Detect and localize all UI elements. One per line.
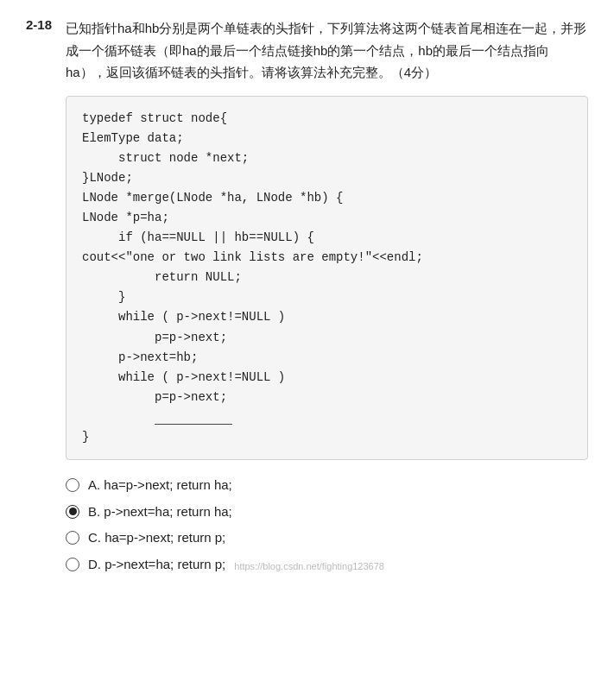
option-a[interactable]: A. ha=p->next; return ha; [66, 476, 588, 495]
question-container: 2-18 已知指针ha和hb分别是两个单链表的头指针，下列算法将这两个链表首尾相… [26, 17, 588, 574]
option-b-label: B. p->next=ha; return ha; [88, 502, 232, 522]
radio-b[interactable] [66, 505, 79, 519]
radio-d[interactable] [66, 558, 79, 571]
options-container: A. ha=p->next; return ha; B. p->next=ha;… [66, 476, 588, 574]
radio-a[interactable] [66, 478, 79, 492]
watermark: https://blog.csdn.net/fighting123678 [234, 559, 384, 574]
code-block: typedef struct node{ ElemType data; stru… [66, 96, 588, 461]
option-b[interactable]: B. p->next=ha; return ha; [66, 502, 588, 522]
option-d-label: D. p->next=ha; return p; [88, 555, 225, 575]
question-text: 已知指针ha和hb分别是两个单链表的头指针，下列算法将这两个链表首尾相连在一起，… [66, 17, 588, 84]
option-c-label: C. ha=p->next; return p; [88, 528, 225, 548]
option-a-label: A. ha=p->next; return ha; [88, 476, 232, 495]
question-body: 已知指针ha和hb分别是两个单链表的头指针，下列算法将这两个链表首尾相连在一起，… [66, 17, 588, 574]
question-number: 2-18 [26, 17, 57, 574]
option-c[interactable]: C. ha=p->next; return p; [66, 528, 588, 548]
radio-b-fill [69, 508, 77, 515]
option-d[interactable]: D. p->next=ha; return p; https://blog.cs… [66, 555, 588, 575]
answer-blank [155, 424, 232, 425]
radio-c[interactable] [66, 531, 79, 545]
